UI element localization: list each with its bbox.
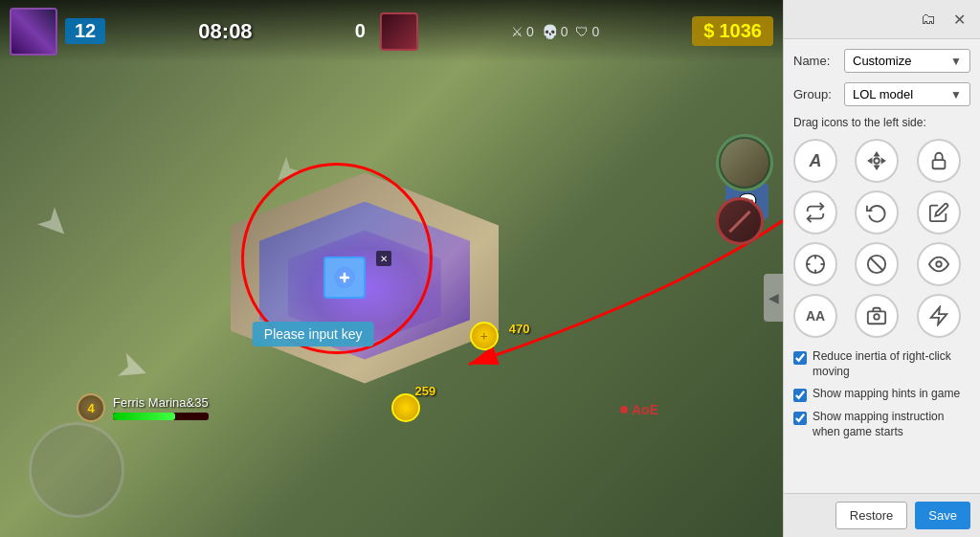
checkbox-show-hints[interactable] <box>793 389 807 402</box>
player-avatar <box>10 8 57 56</box>
checkbox-show-instruction[interactable] <box>793 412 807 425</box>
player-info: 4 Ferris Marina&35 <box>77 393 209 422</box>
icon-btn-lock[interactable] <box>917 139 961 183</box>
name-select-arrow: ▼ <box>950 55 962 68</box>
game-timer: 08:08 <box>198 19 252 44</box>
group-row: Group: LOL model ▼ <box>793 82 970 106</box>
kill-count: 12 <box>65 18 105 44</box>
icon-btn-lightning[interactable] <box>917 294 961 338</box>
please-input-tooltip: Please input key <box>253 322 374 347</box>
icon-btn-a[interactable]: A <box>793 139 837 183</box>
svg-point-21 <box>875 314 880 320</box>
checkbox-row-2: Show mapping hints in game <box>793 387 970 402</box>
player-name: Ferris Marina&35 <box>113 395 209 410</box>
camera-icon <box>866 305 887 326</box>
hud-top: 12 08:08 0 ⚔ 0 💀 0 🛡 0 <box>0 0 783 62</box>
group-select-arrow: ▼ <box>950 88 962 101</box>
panel-header: 🗂 ✕ <box>784 0 980 39</box>
checkbox-row-3: Show mapping instruction when game start… <box>793 410 970 439</box>
gold-display: $ 1036 <box>692 16 773 46</box>
file-icon-button[interactable]: 🗂 <box>917 8 940 31</box>
checkbox-reduce-inertia[interactable] <box>793 351 807 365</box>
icon-btn-move[interactable] <box>855 139 899 183</box>
svg-marker-22 <box>930 307 947 324</box>
gold-icon: $ <box>703 20 714 42</box>
sword-icon: ⚔ <box>511 24 523 39</box>
map-arrow-1: ➤ <box>29 196 83 251</box>
player-level: 4 <box>77 393 105 422</box>
main-container: 12 08:08 0 ⚔ 0 💀 0 🛡 0 <box>0 0 980 537</box>
level-number: 4 <box>87 401 94 415</box>
health-bar <box>113 413 209 420</box>
right-panel: 🗂 ✕ Name: Customize ▼ Group: LOL model ▼ <box>783 0 980 537</box>
checkbox-row-1: Reduce inertia of right-click moving <box>793 349 970 379</box>
edit-icon <box>928 202 949 223</box>
player-name-health: Ferris Marina&35 <box>113 395 209 420</box>
undo-icon <box>866 202 887 223</box>
game-terrain: ➤ ➤ ➤ ✕ Please input key <box>0 57 783 537</box>
icon-btn-undo[interactable] <box>855 190 899 235</box>
sword-icon-group: ⚔ 0 <box>511 24 534 39</box>
aoe-text: AoE <box>632 402 658 417</box>
icon-btn-edit[interactable] <box>917 190 961 235</box>
save-button[interactable]: Save <box>915 502 970 529</box>
icon-grid: A <box>793 139 970 338</box>
drag-icon-on-map[interactable] <box>323 257 366 299</box>
svg-marker-10 <box>882 159 885 163</box>
collapse-panel-arrow[interactable]: ◀ <box>764 274 783 322</box>
aoe-label: AoE <box>620 402 658 417</box>
drag-icon-close[interactable]: ✕ <box>376 251 391 266</box>
sword-count: 0 <box>526 24 534 39</box>
lightning-icon <box>928 305 949 326</box>
shield-count: 0 <box>591 24 599 39</box>
svg-point-19 <box>936 261 942 267</box>
enemy-avatar <box>380 12 418 51</box>
game-area: 12 08:08 0 ⚔ 0 💀 0 🛡 0 <box>0 0 783 537</box>
icon-btn-aa[interactable]: AA <box>793 294 837 338</box>
panel-footer: Restore Save <box>784 493 980 537</box>
svg-rect-11 <box>932 160 945 168</box>
hud-icons: ⚔ 0 💀 0 🛡 0 <box>511 24 599 39</box>
svg-line-18 <box>871 258 883 271</box>
svg-marker-9 <box>869 159 872 163</box>
eye-icon <box>928 254 949 275</box>
restore-button[interactable]: Restore <box>835 502 908 529</box>
lock-icon <box>928 150 949 171</box>
icon-btn-repeat[interactable] <box>793 190 837 235</box>
disable-icon <box>866 254 887 275</box>
shield-icon-group: 🛡 0 <box>575 24 599 39</box>
coin-value-2: 259 <box>415 384 436 398</box>
icon-btn-camera[interactable] <box>855 294 899 338</box>
name-select[interactable]: Customize ▼ <box>844 49 970 73</box>
name-label: Name: <box>793 54 836 68</box>
crosshair-icon <box>805 254 826 275</box>
panel-body: Name: Customize ▼ Group: LOL model ▼ Dra… <box>784 39 980 493</box>
death-count: 0 <box>345 18 375 44</box>
hud-right: 0 <box>345 12 418 51</box>
checkbox-label-3: Show mapping instruction when game start… <box>813 410 970 439</box>
skull-icon: 💀 <box>542 24 558 39</box>
icon-btn-disable[interactable] <box>855 242 899 286</box>
joystick-area[interactable] <box>29 422 124 518</box>
name-value: Customize <box>853 54 911 68</box>
name-row: Name: Customize ▼ <box>793 49 970 73</box>
skill-btn-2[interactable] <box>716 197 764 245</box>
skull-count: 0 <box>561 24 568 39</box>
skill-btn-1[interactable] <box>716 134 773 191</box>
health-fill <box>113 413 175 420</box>
drag-icon-inner <box>333 266 356 289</box>
drag-hint: Drag icons to the left side: <box>793 116 970 129</box>
repeat-icon <box>805 202 826 223</box>
shield-icon: 🛡 <box>575 24 589 39</box>
icon-btn-crosshair[interactable] <box>793 242 837 286</box>
icon-btn-eye[interactable] <box>917 242 961 286</box>
svg-point-2 <box>875 158 880 164</box>
hud-left: 12 <box>10 8 105 56</box>
coin-1: + <box>470 322 499 350</box>
group-value: LOL model <box>853 87 913 101</box>
group-select[interactable]: LOL model ▼ <box>844 82 970 106</box>
svg-marker-8 <box>875 167 879 169</box>
svg-marker-7 <box>875 153 879 156</box>
gold-amount: 1036 <box>719 20 762 42</box>
close-button[interactable]: ✕ <box>947 8 970 31</box>
